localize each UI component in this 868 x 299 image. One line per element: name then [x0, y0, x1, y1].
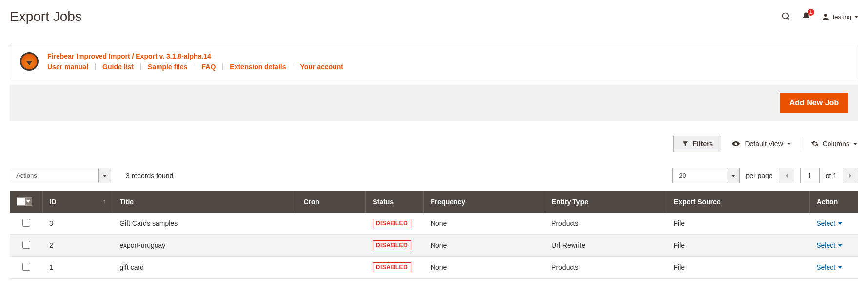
per-page-select[interactable]: 20 [672, 168, 740, 183]
default-view-label: Default View [745, 140, 783, 148]
chevron-down-icon [98, 168, 111, 183]
divider [293, 63, 293, 70]
columns-label: Columns [823, 140, 849, 148]
eye-icon [731, 140, 741, 147]
cell-status: DISABLED [366, 213, 424, 235]
svg-point-2 [824, 14, 827, 17]
notifications-icon[interactable]: 1 [802, 12, 810, 22]
chevron-down-icon [854, 16, 858, 18]
user-menu[interactable]: testing [821, 12, 858, 21]
divider [95, 63, 96, 70]
mass-actions-select[interactable]: Actions [10, 168, 111, 183]
link-extension-details[interactable]: Extension details [230, 63, 286, 71]
cell-source: File [667, 257, 810, 279]
extension-banner: Firebear Improved Import / Export v. 3.1… [10, 44, 858, 79]
cell-action: Select [809, 213, 858, 235]
cell-source: File [667, 213, 810, 235]
page-title: Export Jobs [10, 9, 82, 24]
cell-cron [296, 235, 366, 257]
divider [140, 63, 141, 70]
records-found: 3 records found [126, 172, 173, 179]
status-badge: DISABLED [373, 240, 411, 250]
cell-title: gift card [113, 257, 296, 279]
add-new-job-button[interactable]: Add New Job [780, 93, 848, 113]
cell-status: DISABLED [366, 257, 424, 279]
chevron-down-icon [838, 266, 842, 269]
prev-page-button[interactable] [779, 168, 794, 183]
col-header-frequency[interactable]: Frequency [424, 191, 545, 213]
chevron-right-icon [848, 173, 852, 179]
per-page-label: per page [746, 172, 772, 179]
svg-line-1 [787, 18, 789, 20]
row-checkbox[interactable] [22, 263, 30, 271]
cell-status: DISABLED [366, 235, 424, 257]
firebear-logo-icon [20, 52, 39, 71]
cell-source: File [667, 235, 810, 257]
filters-label: Filters [692, 140, 713, 148]
table-row: 1gift cardDISABLEDNoneProductsFileSelect [10, 257, 858, 279]
filters-button[interactable]: Filters [673, 136, 721, 152]
link-faq[interactable]: FAQ [202, 63, 216, 71]
row-action-select[interactable]: Select [816, 219, 842, 227]
col-header-action: Action [809, 191, 858, 213]
divider [195, 63, 195, 70]
col-header-id[interactable]: ID↑ [42, 191, 113, 213]
default-view-menu[interactable]: Default View [731, 140, 790, 148]
status-badge: DISABLED [373, 219, 411, 228]
link-guide-list[interactable]: Guide list [102, 63, 134, 71]
chevron-down-icon [838, 244, 842, 247]
row-action-select[interactable]: Select [816, 241, 842, 249]
link-user-manual[interactable]: User manual [47, 63, 88, 71]
per-page-value: 20 [673, 168, 727, 183]
cell-frequency: None [424, 235, 545, 257]
status-badge: DISABLED [373, 262, 411, 272]
jobs-table: ID↑ Title Cron Status Frequency Entity T… [10, 191, 858, 279]
col-header-checkbox[interactable] [10, 191, 42, 213]
cell-id: 1 [42, 257, 113, 279]
chevron-down-icon [838, 222, 842, 225]
row-checkbox[interactable] [22, 219, 30, 227]
cell-id: 2 [42, 235, 113, 257]
funnel-icon [682, 140, 689, 147]
table-row: 3Gift Cards samplesDISABLEDNoneProductsF… [10, 213, 858, 235]
col-header-status[interactable]: Status [366, 191, 424, 213]
row-action-select[interactable]: Select [816, 263, 842, 271]
current-page-input[interactable] [800, 168, 820, 183]
col-header-cron[interactable]: Cron [296, 191, 366, 213]
cell-cron [296, 257, 366, 279]
chevron-down-icon [787, 143, 791, 145]
col-header-entity[interactable]: Entity Type [545, 191, 667, 213]
col-header-source[interactable]: Export Source [667, 191, 810, 213]
mass-actions-label: Actions [10, 168, 98, 183]
cell-frequency: None [424, 213, 545, 235]
gear-icon [811, 140, 819, 148]
cell-title: export-uruguay [113, 235, 296, 257]
user-name: testing [833, 13, 851, 20]
col-header-title[interactable]: Title [113, 191, 296, 213]
user-icon [821, 12, 830, 21]
cell-action: Select [809, 257, 858, 279]
columns-menu[interactable]: Columns [811, 140, 857, 148]
next-page-button[interactable] [843, 168, 858, 183]
cell-entity: Products [545, 257, 667, 279]
cell-id: 3 [42, 213, 113, 235]
extension-title: Firebear Improved Import / Export v. 3.1… [47, 52, 343, 60]
cell-entity: Products [545, 213, 667, 235]
chevron-down-icon [727, 168, 739, 183]
divider [801, 137, 801, 151]
sort-asc-icon: ↑ [103, 198, 106, 205]
cell-cron [296, 213, 366, 235]
chevron-down-icon [853, 143, 857, 145]
chevron-down-icon [25, 198, 32, 205]
cell-action: Select [809, 235, 858, 257]
link-your-account[interactable]: Your account [300, 63, 343, 71]
divider [222, 63, 223, 70]
chevron-left-icon [785, 173, 789, 179]
cell-frequency: None [424, 257, 545, 279]
table-row: 2export-uruguayDISABLEDNoneUrl RewriteFi… [10, 235, 858, 257]
notification-count: 1 [808, 9, 814, 16]
search-icon[interactable] [781, 12, 791, 21]
total-pages-label: of 1 [826, 172, 837, 179]
link-sample-files[interactable]: Sample files [148, 63, 188, 71]
row-checkbox[interactable] [22, 241, 30, 249]
